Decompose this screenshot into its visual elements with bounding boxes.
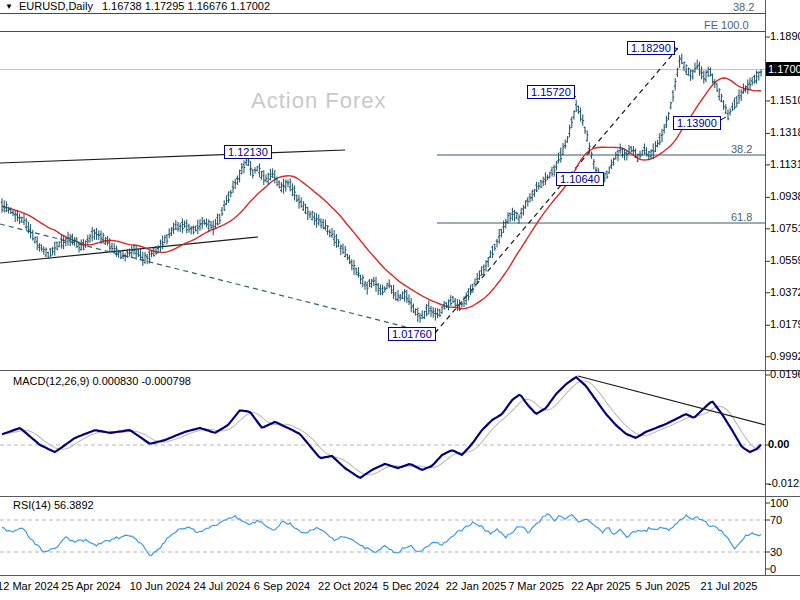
price-axis-label: 1.05590 [770,254,800,267]
trading-chart-window: Action Forex ▼EURUSD,Daily1.16738 1.1729… [0,0,800,600]
date-axis-label: 21 Jul 2025 [701,580,758,593]
date-axis-label: 25 Apr 2024 [61,580,120,593]
rsi-axis-label: 30 [770,546,782,559]
macd-axis-label: 0.019679 [770,368,800,381]
fib-retracement-382-label[interactable]: 38.2 [731,143,752,155]
date-axis-label: 7 Mar 2025 [508,580,564,593]
ohlc-values: 1.16738 1.17295 1.16676 1.17002 [102,0,270,12]
price-axis-label: 1.09385 [770,190,800,203]
current-price-tag: 1.17002 [766,62,800,76]
macd-axis-label: 0.00 [768,438,789,451]
price-axis-label: 1.11310 [770,158,800,171]
price-axis-label: 1.03720 [770,286,800,299]
date-axis-label: 22 Oct 2024 [318,580,378,593]
price-axis-label: 1.13180 [770,126,800,139]
price-axis-label: 1.07515 [770,222,800,235]
swing-price-label[interactable]: 1.10640 [556,172,604,186]
date-axis-label: 10 Jun 2024 [130,580,191,593]
price-axis-label: 1.18900 [770,30,800,43]
macd-indicator-title: MACD(12,26,9) 0.000830 -0.000798 [13,375,191,388]
date-axis-label: 6 Sep 2024 [254,580,310,593]
rsi-indicator-title: RSI(14) 56.3892 [13,499,94,512]
text-overlay: ▼EURUSD,Daily1.16738 1.17295 1.16676 1.1… [0,0,800,600]
price-axis-label: 1.01795 [770,318,800,331]
price-axis-label: 0.99925 [770,350,800,363]
fib-extension-382-label[interactable]: 38.2 [733,1,754,13]
macd-axis-label: -0.012552 [768,477,800,490]
fib-retracement-618-label[interactable]: 61.8 [731,211,752,223]
fib-fe100-label[interactable]: FE 100.0 [704,19,749,31]
date-axis-label: 5 Jun 2025 [636,580,690,593]
rsi-axis-label: 0 [770,563,776,576]
rsi-axis-label: 70 [770,514,782,527]
swing-price-label[interactable]: 1.13900 [673,116,721,130]
date-axis-label: 22 Apr 2025 [571,580,630,593]
swing-price-label[interactable]: 1.01760 [388,327,436,341]
symbol-period-label: EURUSD,Daily [19,0,93,12]
swing-price-label[interactable]: 1.12130 [224,145,272,159]
date-axis-label: 12 Mar 2024 [0,580,59,593]
rsi-axis-label: 100 [770,497,788,510]
swing-price-label[interactable]: 1.18290 [627,41,675,55]
date-axis-label: 24 Jul 2024 [194,580,251,593]
date-axis-label: 22 Jan 2025 [446,580,507,593]
price-axis-label: 1.15105 [770,94,800,107]
date-axis-label: 5 Dec 2024 [383,580,439,593]
swing-price-label[interactable]: 1.15720 [527,85,575,99]
chart-title: ▼EURUSD,Daily1.16738 1.17295 1.16676 1.1… [5,0,270,12]
symbol-dropdown-icon[interactable]: ▼ [5,2,13,11]
